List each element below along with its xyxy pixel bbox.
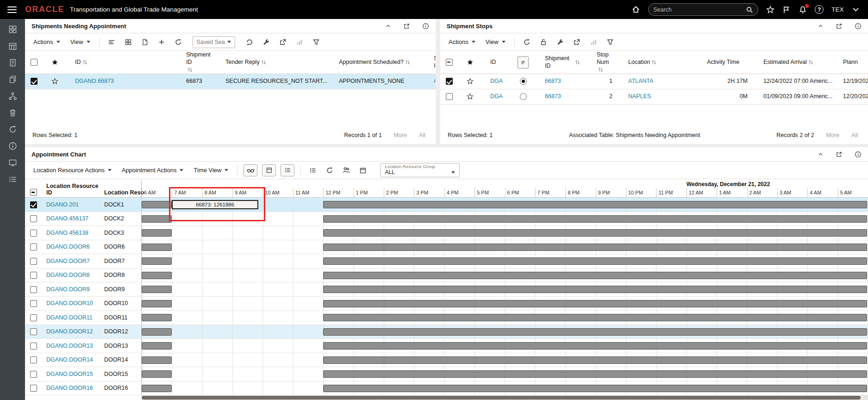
row-checkbox[interactable] (30, 328, 37, 335)
gantt-timeline[interactable] (142, 269, 868, 282)
availability-bar[interactable] (142, 342, 172, 350)
shipment-id-link[interactable]: DGANO.66873 (75, 78, 114, 84)
search-input[interactable] (653, 6, 746, 13)
workflow-icon[interactable] (8, 92, 17, 100)
row-radio[interactable] (520, 93, 527, 100)
copy-stack-icon[interactable] (8, 75, 17, 84)
stop-shipment-link[interactable]: 66873 (545, 78, 561, 84)
calendar-grid-icon[interactable] (8, 42, 17, 50)
gantt-row[interactable]: DGANO.DOOR13 DOOR13 (25, 339, 868, 353)
availability-bar[interactable] (323, 215, 867, 223)
availability-bar[interactable] (323, 328, 867, 336)
new-document-icon[interactable] (137, 36, 153, 48)
gantt-row[interactable]: DGANO.DOOR10 DOOR10 (25, 297, 868, 311)
trash-icon[interactable] (8, 108, 17, 117)
availability-bar[interactable] (323, 286, 867, 293)
gantt-timeline[interactable] (142, 226, 868, 240)
info-circle-icon[interactable] (8, 142, 17, 150)
row-checkbox[interactable] (30, 244, 37, 250)
refresh-icon[interactable] (170, 36, 186, 48)
gantt-row[interactable]: DGANO.DOOR16 DOOR16 (25, 381, 868, 396)
calendar-icon[interactable] (355, 164, 371, 176)
column-header-location-resource-name[interactable]: Location Reso (100, 180, 142, 197)
location-resource-id-link[interactable]: DGANO.DOOR14 (46, 356, 93, 363)
detail-list-icon[interactable] (305, 164, 321, 176)
column-header-source-location[interactable]: Sou ID (425, 55, 436, 69)
gantt-timeline[interactable]: 66873: 1261886 (142, 198, 868, 212)
row-checkbox[interactable] (30, 356, 37, 363)
availability-bar[interactable] (142, 370, 172, 378)
reload-icon[interactable] (242, 36, 257, 48)
global-search[interactable] (648, 3, 758, 16)
availability-bar[interactable] (323, 229, 867, 237)
availability-bar[interactable] (142, 314, 172, 321)
gantt-timeline[interactable] (142, 240, 868, 254)
location-resource-id-link[interactable]: DGANO.DOOR9 (46, 286, 90, 293)
row-radio[interactable] (520, 78, 527, 85)
gantt-timeline[interactable] (142, 212, 868, 226)
gantt-row[interactable]: DGANO.DOOR12 DOOR12 (25, 325, 868, 339)
wrench-icon[interactable] (552, 36, 568, 48)
select-all-checkbox[interactable] (446, 59, 453, 66)
availability-bar[interactable] (323, 244, 867, 251)
availability-bar[interactable] (323, 385, 867, 392)
gantt-timeline[interactable] (142, 254, 868, 268)
stop-location-link[interactable]: NAPLES (628, 93, 651, 100)
info-icon[interactable] (422, 23, 429, 30)
view-menu[interactable]: View (66, 36, 95, 48)
report-list-icon[interactable] (8, 175, 17, 184)
unlock-icon[interactable] (536, 36, 551, 48)
availability-bar[interactable] (142, 215, 172, 223)
gantt-view-button[interactable] (262, 164, 276, 176)
home-icon[interactable] (631, 5, 640, 14)
row-checkbox[interactable] (30, 215, 37, 222)
availability-bar[interactable] (142, 229, 172, 237)
location-resource-id-link[interactable]: DGANO.DOOR11 (46, 314, 93, 321)
actions-menu[interactable]: Actions (29, 36, 65, 48)
stop-id-link[interactable]: DGA (490, 93, 503, 100)
open-window-icon[interactable] (403, 23, 410, 30)
appointment-bar[interactable]: 66873: 1261886 (172, 200, 258, 209)
gantt-timeline[interactable] (142, 381, 868, 395)
availability-bar[interactable] (323, 300, 867, 307)
export-icon[interactable] (275, 36, 291, 48)
collapse-chevron-icon[interactable] (818, 23, 824, 29)
row-star-icon[interactable] (467, 78, 474, 85)
row-checkbox[interactable] (446, 93, 453, 100)
row-checkbox[interactable] (30, 230, 37, 237)
more-link[interactable]: More (394, 132, 407, 138)
location-resource-id-link[interactable]: DGANO.DOOR7 (46, 258, 90, 264)
gantt-row[interactable]: DGANO.DOOR11 DOOR11 (25, 311, 868, 325)
availability-bar[interactable] (142, 244, 172, 251)
stop-shipment-link[interactable]: 66873 (545, 93, 561, 100)
filter-icon[interactable] (308, 36, 324, 48)
column-header-tender-reply[interactable]: Tender Reply (217, 59, 331, 66)
availability-bar[interactable] (323, 342, 867, 350)
stop-location-link[interactable]: ATLANTA (628, 78, 653, 84)
gantt-row[interactable]: DGANO.DOOR15 DOOR15 (25, 367, 868, 381)
list-view-button[interactable] (281, 164, 294, 176)
availability-bar[interactable] (142, 257, 172, 265)
availability-bar[interactable] (323, 257, 867, 265)
hamburger-menu-icon[interactable] (7, 5, 17, 15)
gantt-horizontal-scrollbar[interactable] (142, 395, 868, 400)
springboard-grid-icon[interactable] (8, 25, 17, 34)
row-checkbox[interactable] (30, 300, 37, 307)
gantt-select-all-checkbox[interactable] (30, 189, 37, 196)
column-header-shipment-id[interactable]: Shipment ID (537, 55, 588, 69)
open-window-icon[interactable] (836, 23, 843, 30)
detach-grid-icon[interactable] (120, 36, 136, 48)
column-header-location[interactable]: Location (620, 59, 699, 66)
gantt-timeline[interactable] (142, 325, 868, 339)
glasses-icon-button[interactable] (244, 164, 257, 176)
filter-icon[interactable] (602, 36, 618, 48)
availability-bar[interactable] (142, 328, 172, 336)
row-checkbox[interactable] (446, 78, 453, 85)
row-star-icon[interactable] (467, 93, 474, 100)
row-checkbox[interactable] (30, 385, 37, 392)
flag-icon[interactable] (782, 6, 791, 14)
availability-bar[interactable] (323, 272, 867, 279)
stop-table-row[interactable]: DGA 66873 1 ATLANTA 2H 17M 12/24/2022 07… (440, 74, 868, 89)
sync-icon[interactable] (8, 125, 17, 134)
notifications-bell-icon[interactable] (799, 6, 807, 14)
